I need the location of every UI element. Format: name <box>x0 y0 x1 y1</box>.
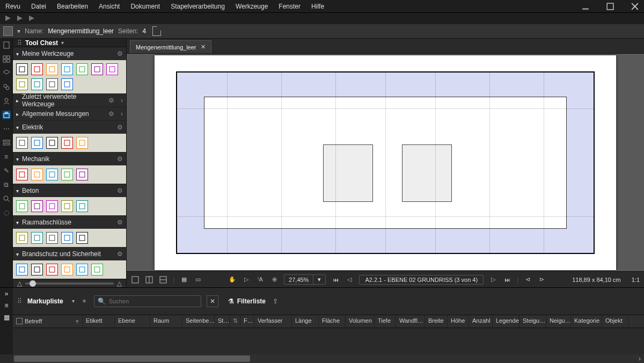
menu-fenster[interactable]: Fenster <box>279 3 301 10</box>
column-header[interactable]: Länge <box>292 315 319 328</box>
gear-icon[interactable]: ⚙ <box>117 250 123 258</box>
column-header[interactable]: Anzahl <box>469 315 493 328</box>
column-header[interactable]: Breite <box>425 315 448 328</box>
select-icon[interactable]: ▷ <box>242 275 251 284</box>
tool-item[interactable] <box>61 232 73 244</box>
column-header[interactable]: Kategorie <box>571 315 602 328</box>
column-header[interactable]: ⇅ <box>230 315 240 328</box>
tool-section-header[interactable]: ▾Raumabschlüsse⚙ <box>13 216 126 229</box>
rail-placeholder-2-icon[interactable]: ≡ <box>2 153 11 161</box>
gear-icon[interactable]: ⚙ <box>117 219 123 226</box>
column-header[interactable]: Objekt <box>602 315 629 328</box>
column-header[interactable]: Ebene <box>115 315 150 328</box>
bottom-rail-markup-icon[interactable]: ≡ <box>4 302 8 309</box>
last-page-icon[interactable]: ⏭ <box>503 275 511 284</box>
nav-fwd-icon[interactable]: ⊳ <box>538 275 546 284</box>
chevron-down-icon[interactable]: ▾ <box>76 318 79 325</box>
rail-layers-icon[interactable] <box>2 69 11 77</box>
file-icon[interactable] <box>3 26 13 36</box>
column-header[interactable]: Betreff▾ <box>13 315 83 328</box>
menu-revu[interactable]: Revu <box>5 3 20 10</box>
tool-item[interactable] <box>31 232 43 244</box>
tool-item[interactable] <box>16 264 28 275</box>
tool-item[interactable] <box>16 200 28 212</box>
column-header[interactable]: Neigu… <box>546 315 571 328</box>
column-header[interactable]: Steigu… <box>519 315 546 328</box>
rail-edit-icon[interactable]: ✎ <box>2 166 11 175</box>
tool-item[interactable] <box>76 137 88 149</box>
column-header[interactable]: Etikett <box>83 315 115 328</box>
tool-size-slider[interactable] <box>25 282 114 285</box>
gear-icon[interactable]: ⚙ <box>117 187 123 194</box>
scroll-right-icon[interactable]: › <box>635 354 644 363</box>
column-header[interactable]: F… <box>240 315 254 328</box>
menu-dokument[interactable]: Dokument <box>130 3 160 10</box>
markup-tool-icon[interactable]: ✶ <box>80 297 89 306</box>
tool-section-header[interactable]: ▾Meine Werkzeuge⚙ <box>13 47 126 60</box>
tool-item[interactable] <box>76 169 88 180</box>
rail-users-icon[interactable] <box>2 97 11 105</box>
menu-bearbeiten[interactable]: Bearbeiten <box>57 3 88 10</box>
tool-item[interactable] <box>76 63 88 75</box>
rail-properties-icon[interactable] <box>2 139 11 147</box>
rail-placeholder-3-icon[interactable]: ⧉ <box>2 180 11 189</box>
chevron-right-icon[interactable]: ▸ <box>16 111 19 117</box>
nav-back-icon[interactable]: ⊲ <box>524 275 532 284</box>
sort-icon[interactable]: ⇅ <box>233 317 238 324</box>
chevron-down-icon[interactable]: ▾ <box>72 298 75 304</box>
chevron-down-icon[interactable]: ▾ <box>16 125 19 130</box>
tool-item[interactable] <box>31 200 43 212</box>
chevron-down-icon[interactable]: ▾ <box>16 251 19 257</box>
gear-icon[interactable]: ⚙ <box>108 110 114 118</box>
scrollbar-thumb[interactable] <box>14 355 250 362</box>
rail-toolchest-icon[interactable] <box>2 111 11 119</box>
prev-page-icon[interactable]: ◁ <box>345 275 354 284</box>
chevron-down-icon[interactable]: ▾ <box>16 188 19 194</box>
tool-item[interactable] <box>46 200 58 212</box>
tool-item[interactable] <box>46 137 58 149</box>
tool-section-header[interactable]: ▾Elektrik⚙ <box>13 121 126 134</box>
gear-icon[interactable]: ⚙ <box>117 50 123 57</box>
gear-icon[interactable]: ⚙ <box>117 124 123 131</box>
close-icon[interactable] <box>631 3 639 10</box>
tool-item[interactable] <box>46 78 58 90</box>
tool-item[interactable] <box>46 264 58 275</box>
tool-item[interactable] <box>106 63 118 75</box>
rail-thumbs-icon[interactable] <box>2 55 11 63</box>
menu-werkzeuge[interactable]: Werkzeuge <box>236 3 268 10</box>
pan-icon[interactable]: ✋ <box>228 275 237 284</box>
qa-tool-3-icon[interactable] <box>28 14 35 22</box>
gear-icon[interactable]: ⚙ <box>117 155 123 163</box>
page-label[interactable]: A2.2.1 - EBENE 02 GRUNDRISS (3 von 4) <box>359 275 484 285</box>
column-header[interactable]: St… <box>215 315 230 328</box>
gear-icon[interactable]: ⚙ <box>108 97 114 104</box>
search-input[interactable] <box>109 298 197 304</box>
tool-item[interactable] <box>76 200 88 212</box>
tool-item[interactable] <box>61 137 73 149</box>
tool-item[interactable] <box>46 63 58 75</box>
text-select-icon[interactable]: ᴵA <box>256 275 265 284</box>
rail-link-icon[interactable] <box>2 83 11 91</box>
bottom-rail-measure-icon[interactable]: ▦ <box>4 314 10 321</box>
maximize-icon[interactable] <box>606 3 614 10</box>
chevron-down-icon[interactable]: ▾ <box>17 27 20 35</box>
document-canvas[interactable] <box>127 54 644 271</box>
tool-item[interactable] <box>31 137 43 149</box>
chevron-down-icon[interactable]: ▾ <box>16 156 19 162</box>
tool-section-header[interactable]: ▾Beton⚙ <box>13 184 126 197</box>
tool-item[interactable] <box>16 78 28 90</box>
column-header[interactable]: Legende <box>493 315 519 328</box>
tool-section-header[interactable]: ▸Allgemeine Messungen⚙› <box>13 107 126 120</box>
size-small-icon[interactable]: △ <box>17 280 22 287</box>
fit-width-icon[interactable]: ▭ <box>194 275 202 284</box>
chevron-right-icon[interactable]: › <box>121 97 123 104</box>
tool-item[interactable] <box>61 169 73 180</box>
markup-search[interactable]: 🔍 <box>94 295 201 307</box>
rail-placeholder-1-icon[interactable]: ⋯ <box>2 125 11 133</box>
tool-item[interactable] <box>16 137 28 149</box>
qa-tool-1-icon[interactable] <box>4 14 12 22</box>
zoom-icon[interactable]: ⊕ <box>270 275 279 284</box>
rail-file-icon[interactable] <box>2 41 11 49</box>
minimize-icon[interactable] <box>582 3 589 10</box>
column-header[interactable]: Seitenbe… <box>182 315 215 328</box>
